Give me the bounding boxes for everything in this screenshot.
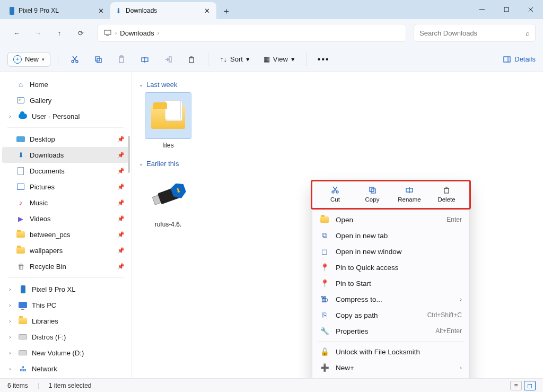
pin-icon: 📌 — [117, 215, 125, 222]
breadcrumb-downloads[interactable]: Downloads — [120, 29, 154, 37]
share-button[interactable] — [159, 50, 177, 68]
sidebar-item-new-volume[interactable]: ›New Volume (D:) — [2, 345, 129, 361]
pin-icon: 📌 — [117, 168, 125, 175]
chevron-right-icon[interactable]: › — [6, 302, 14, 308]
sidebar-item-libraries[interactable]: ›Libraries — [2, 313, 129, 329]
cm-open-new-tab[interactable]: ⧉Open in new tab — [312, 228, 469, 243]
chevron-down-icon: ⌄ — [139, 82, 143, 88]
svg-rect-10 — [95, 57, 100, 61]
cm-copy-button[interactable]: Copy — [357, 184, 387, 205]
chevron-right-icon[interactable]: › — [6, 334, 14, 340]
address-bar[interactable]: › Downloads › — [98, 24, 406, 42]
cm-open-new-window[interactable]: ◻Open in new window — [312, 243, 469, 259]
cm-cut-button[interactable]: Cut — [320, 184, 350, 205]
close-icon[interactable]: ✕ — [97, 6, 105, 15]
items-row: files — [144, 93, 536, 149]
folder-icon — [320, 216, 329, 223]
search-input[interactable] — [419, 29, 526, 37]
sidebar-item-documents[interactable]: Documents📌 — [2, 163, 129, 179]
cm-hint: Alt+Enter — [435, 327, 462, 335]
cut-button[interactable] — [66, 50, 84, 68]
refresh-button[interactable]: ⟳ — [71, 23, 90, 42]
group-header-last-week[interactable]: ⌄ Last week — [139, 81, 536, 89]
sort-button[interactable]: ↑↓ Sort ▾ — [216, 53, 254, 66]
details-toggle[interactable]: Details — [503, 55, 536, 64]
search-box[interactable]: ⌕ — [414, 24, 536, 42]
cm-pin-quick[interactable]: 📍Pin to Quick access — [312, 259, 469, 275]
sidebar-item-downloads[interactable]: ⬇Downloads📌 — [2, 147, 129, 163]
tab-downloads[interactable]: ⬇ Downloads ✕ — [110, 2, 216, 19]
paste-button[interactable] — [112, 50, 130, 68]
chevron-right-icon[interactable]: › — [6, 286, 14, 292]
new-button[interactable]: + New ▾ — [7, 52, 50, 67]
close-window-button[interactable] — [519, 0, 543, 19]
sidebar-item-gallery[interactable]: Gallery — [2, 92, 129, 108]
wrench-icon: 🔧 — [320, 327, 329, 335]
sidebar-item-distros[interactable]: ›Distros (F:) — [2, 329, 129, 345]
file-item-rufus[interactable]: ⬇ rufus-4.6. — [144, 172, 192, 228]
cm-copy-path[interactable]: ⎘Copy as pathCtrl+Shift+C — [312, 307, 469, 323]
file-name: files — [162, 142, 173, 149]
view-grid-button[interactable]: ◻ — [524, 381, 536, 390]
cm-pin-start[interactable]: 📍Pin to Start — [312, 275, 469, 291]
folder-icon — [16, 231, 25, 238]
tab-pixel[interactable]: Pixel 9 Pro XL ✕ — [4, 2, 110, 19]
view-icon: ▦ — [264, 55, 270, 63]
view-button[interactable]: ▦ View ▾ — [259, 53, 299, 66]
group-header-earlier[interactable]: ⌄ Earlier this — [139, 160, 536, 168]
rename-button[interactable] — [136, 50, 154, 68]
svg-rect-16 — [169, 57, 171, 62]
cloud-icon — [18, 114, 28, 119]
up-button[interactable]: ↑ — [50, 23, 69, 42]
sidebar-item-user[interactable]: ›User - Personal — [2, 108, 129, 124]
recycle-icon: 🗑 — [16, 263, 25, 271]
cm-properties[interactable]: 🔧PropertiesAlt+Enter — [312, 323, 469, 339]
sidebar-item-wallpapers[interactable]: wallpapers📌 — [2, 242, 129, 258]
copy-button[interactable] — [89, 50, 107, 68]
status-bar: 6 items | 1 item selected ≡ ◻ — [0, 378, 543, 392]
sidebar-item-music[interactable]: ♪Music📌 — [2, 195, 129, 211]
chevron-right-icon[interactable]: › — [6, 366, 14, 372]
sidebar-item-label: Distros (F:) — [32, 333, 66, 341]
view-list-button[interactable]: ≡ — [510, 381, 522, 390]
sidebar-item-pictures[interactable]: Pictures📌 — [2, 179, 129, 195]
scrollbar[interactable] — [128, 136, 130, 173]
chevron-right-icon[interactable]: › — [6, 350, 14, 356]
chevron-right-icon: › — [157, 30, 159, 36]
sidebar-item-between-pcs[interactable]: between_pcs📌 — [2, 227, 129, 242]
chevron-right-icon[interactable]: › — [6, 318, 14, 324]
more-button[interactable]: ••• — [314, 55, 333, 64]
cm-open[interactable]: OpenEnter — [312, 212, 469, 228]
sidebar-item-network[interactable]: ›🖧Network — [2, 361, 129, 377]
cm-delete-button[interactable]: Delete — [432, 184, 461, 205]
file-item-files[interactable]: files — [144, 93, 192, 149]
cm-label: Open in new tab — [336, 232, 462, 240]
sidebar-item-this-pc[interactable]: ›This PC — [2, 297, 129, 313]
delete-button[interactable] — [182, 50, 200, 68]
sidebar-item-desktop[interactable]: Desktop📌 — [2, 131, 129, 147]
sidebar-item-label: Libraries — [32, 317, 58, 325]
chevron-right-icon[interactable]: › — [6, 114, 14, 119]
sidebar-item-videos[interactable]: ▶Videos📌 — [2, 211, 129, 227]
sidebar-item-pixel[interactable]: ›Pixel 9 Pro XL — [2, 281, 129, 297]
pc-icon — [103, 29, 112, 37]
close-icon[interactable]: ✕ — [203, 6, 211, 15]
desktop-icon — [16, 136, 25, 142]
pin-icon: 📌 — [117, 247, 125, 254]
cm-new-plus[interactable]: ➕New+› — [312, 360, 469, 376]
svg-rect-1 — [504, 7, 509, 12]
forward-button[interactable]: → — [29, 23, 48, 42]
back-button[interactable]: ← — [7, 23, 27, 42]
cm-unlock-locksmith[interactable]: 🔓Unlock with File Locksmith — [312, 344, 469, 360]
sidebar-item-home[interactable]: ⌂Home — [2, 76, 129, 92]
content-area: ⌄ Last week files ⌄ Earlier this ⬇ rufus… — [132, 72, 543, 378]
maximize-button[interactable] — [494, 0, 519, 19]
sidebar-item-recycle-bin[interactable]: 🗑Recycle Bin📌 — [2, 258, 129, 274]
cm-rename-button[interactable]: Rename — [395, 184, 424, 205]
pin-icon: 📌 — [117, 152, 125, 159]
tab-add-button[interactable]: ＋ — [218, 3, 234, 19]
search-icon[interactable]: ⌕ — [526, 29, 530, 37]
minimize-button[interactable] — [470, 0, 494, 19]
cm-compress[interactable]: 🗜Compress to...› — [312, 291, 469, 307]
exe-icon: ⬇ — [145, 172, 191, 217]
